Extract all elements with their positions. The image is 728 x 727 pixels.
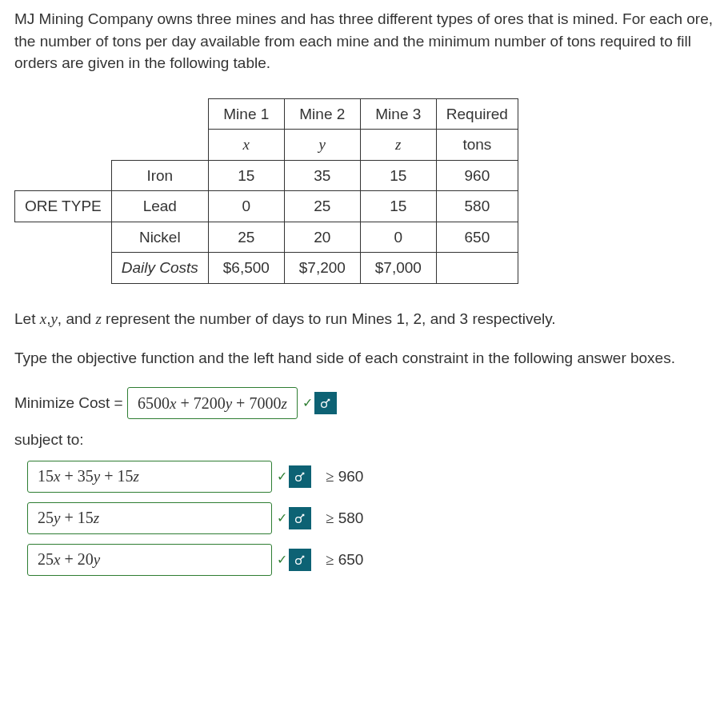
svg-point-1	[296, 475, 302, 481]
row-iron: Iron	[111, 160, 208, 191]
subject-to-label: subject to:	[14, 429, 714, 451]
sub-required: tons	[436, 130, 518, 161]
constraint-row-3: 25x + 20y ✓ ≥ 650	[27, 544, 714, 576]
data-table: Mine 1 Mine 2 Mine 3 Required x y z tons…	[14, 98, 518, 284]
var-y-inline: y	[50, 310, 57, 327]
cell: 650	[436, 222, 518, 253]
cell: 25	[284, 191, 360, 222]
svg-point-3	[296, 558, 302, 564]
var-z: z	[360, 130, 436, 161]
problem-intro: MJ Mining Company owns three mines and h…	[14, 8, 714, 74]
cell: 15	[360, 160, 436, 191]
let-text: Let x,y, and z represent the number of d…	[14, 308, 714, 330]
let-mid: represent the number of days to run Mine…	[102, 310, 556, 327]
cell: 35	[284, 160, 360, 191]
var-z-inline: z	[95, 310, 101, 327]
constraint-row-2: 25y + 15z ✓ ≥ 580	[27, 502, 714, 534]
constraint-input-1[interactable]: 15x + 35y + 15z	[27, 461, 272, 493]
objective-input[interactable]: 6500x + 7200y + 7000z	[127, 387, 298, 419]
and-text: , and	[58, 310, 96, 327]
svg-point-0	[321, 402, 326, 408]
check-icon: ✓	[277, 550, 287, 569]
objective-label: Minimize Cost =	[14, 392, 123, 414]
constraint-rhs-2: ≥ 580	[326, 507, 363, 529]
row-lead: Lead	[111, 191, 208, 222]
var-x: x	[208, 130, 284, 161]
cell: 20	[284, 222, 360, 253]
preview-button[interactable]	[289, 549, 311, 571]
var-x-inline: x	[40, 310, 46, 327]
check-icon: ✓	[277, 467, 287, 485]
constraint-row-1: 15x + 35y + 15z ✓ ≥ 960	[27, 461, 714, 493]
constraint-lhs-2: 25y + 15z	[38, 506, 99, 529]
svg-point-2	[296, 517, 302, 522]
cell: $7,200	[284, 253, 360, 284]
var-y: y	[284, 130, 360, 161]
cell: 0	[360, 222, 436, 253]
cell: $6,500	[208, 253, 284, 284]
constraint-rhs-1: ≥ 960	[326, 465, 363, 488]
cell: 15	[208, 160, 284, 191]
objective-value: 6500x + 7200y + 7000z	[138, 392, 287, 415]
preview-button[interactable]	[289, 465, 311, 488]
instruction-text: Type the objective function and the left…	[14, 347, 714, 369]
cell: 25	[208, 222, 284, 253]
cell: 960	[436, 160, 518, 191]
constraint-lhs-3: 25x + 20y	[38, 548, 100, 571]
col-header-mine2: Mine 2	[284, 98, 360, 130]
col-header-mine1: Mine 1	[208, 98, 284, 130]
preview-button[interactable]	[289, 507, 311, 529]
row-nickel: Nickel	[111, 222, 208, 253]
let-prefix: Let	[14, 310, 40, 327]
cell: 15	[360, 191, 436, 222]
col-header-mine3: Mine 3	[360, 98, 436, 130]
objective-row: Minimize Cost = 6500x + 7200y + 7000z ✓	[14, 387, 714, 419]
constraint-input-3[interactable]: 25x + 20y	[27, 544, 272, 576]
check-icon: ✓	[302, 393, 313, 412]
constraint-input-2[interactable]: 25y + 15z	[27, 502, 272, 534]
cell-empty	[436, 253, 518, 284]
constraint-rhs-3: ≥ 650	[326, 549, 363, 571]
cell: 0	[208, 191, 284, 222]
ore-type-label: ORE TYPE	[15, 191, 112, 222]
row-costs: Daily Costs	[111, 253, 208, 284]
constraint-lhs-1: 15x + 35y + 15z	[38, 465, 139, 488]
cell: 580	[436, 191, 518, 222]
col-header-required: Required	[436, 98, 518, 130]
cell: $7,000	[360, 253, 436, 284]
preview-button[interactable]	[314, 392, 337, 414]
check-icon: ✓	[277, 509, 287, 527]
